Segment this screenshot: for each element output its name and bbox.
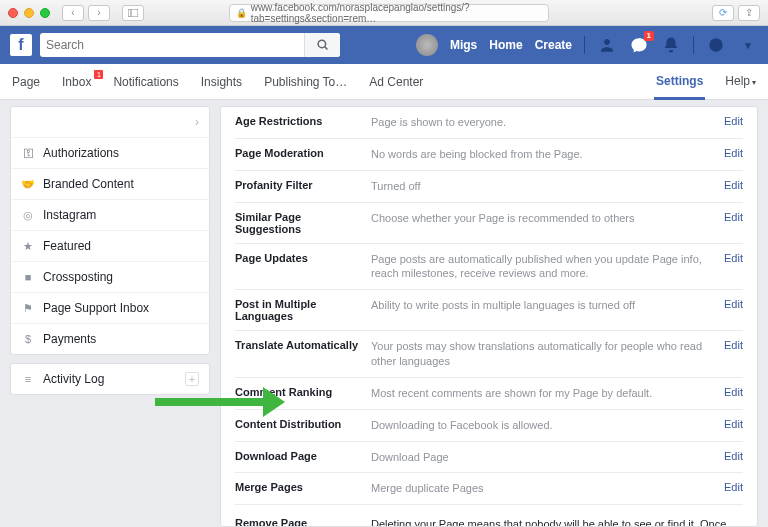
chevron-down-icon: ▾ (752, 78, 756, 87)
edit-link[interactable]: Edit (724, 339, 743, 351)
browser-chrome: ‹ › 🔒 www.facebook.com/norasplacepanglao… (0, 0, 768, 26)
edit-link[interactable]: Edit (724, 418, 743, 430)
account-menu-icon[interactable]: ▼ (738, 35, 758, 55)
remove-description: Deleting your Page means that nobody wil… (371, 517, 743, 527)
setting-label: Similar Page Suggestions (235, 211, 363, 235)
plus-icon[interactable]: + (185, 372, 199, 386)
svg-point-2 (318, 40, 326, 48)
dollar-icon: $ (21, 332, 35, 346)
messages-badge: 1 (644, 31, 654, 41)
list-icon: ≡ (21, 372, 35, 386)
sidebar-toggle-button[interactable] (122, 5, 144, 21)
edit-link[interactable]: Edit (724, 115, 743, 127)
sidebar-item-branded[interactable]: 🤝Branded Content (11, 169, 209, 200)
home-link[interactable]: Home (489, 38, 522, 52)
messages-icon[interactable]: 1 (629, 35, 649, 55)
key-icon: ⚿ (21, 146, 35, 160)
setting-label: Profanity Filter (235, 179, 363, 191)
setting-label: Content Distribution (235, 418, 363, 430)
setting-desc: Turned off (371, 179, 716, 194)
window-controls (8, 8, 50, 18)
setting-desc: Choose whether your Page is recommended … (371, 211, 716, 226)
edit-link[interactable]: Edit (724, 252, 743, 264)
sidebar-item-crossposting[interactable]: ■Crossposting (11, 262, 209, 293)
edit-link[interactable]: Edit (724, 481, 743, 493)
notifications-icon[interactable] (661, 35, 681, 55)
forward-button[interactable]: › (88, 5, 110, 21)
setting-row: Age RestrictionsPage is shown to everyon… (235, 107, 743, 139)
search-container (40, 33, 340, 57)
url-text: www.facebook.com/norasplacepanglao/setti… (251, 2, 542, 24)
maximize-window-icon[interactable] (40, 8, 50, 18)
setting-row: Page UpdatesPage posts are automatically… (235, 244, 743, 291)
setting-label: Download Page (235, 450, 363, 462)
setting-row: Profanity FilterTurned offEdit (235, 171, 743, 203)
sidebar-item-prev[interactable]: › (11, 107, 209, 138)
tab-publishing[interactable]: Publishing To… (262, 75, 349, 89)
setting-desc: Page posts are automatically published w… (371, 252, 716, 282)
setting-label: Comment Ranking (235, 386, 363, 398)
setting-label: Merge Pages (235, 481, 363, 493)
setting-desc: Download Page (371, 450, 716, 465)
create-link[interactable]: Create (535, 38, 572, 52)
search-button[interactable] (304, 33, 340, 57)
sidebar-item-payments[interactable]: $Payments (11, 324, 209, 354)
edit-link[interactable]: Edit (724, 450, 743, 462)
setting-label: Post in Multiple Languages (235, 298, 363, 322)
svg-line-3 (324, 47, 327, 50)
sidebar-item-featured[interactable]: ★Featured (11, 231, 209, 262)
edit-link[interactable]: Edit (724, 147, 743, 159)
setting-desc: Ability to write posts in multiple langu… (371, 298, 716, 313)
setting-desc: Most recent comments are shown for my Pa… (371, 386, 716, 401)
back-button[interactable]: ‹ (62, 5, 84, 21)
sidebar-item-authorizations[interactable]: ⚿Authorizations (11, 138, 209, 169)
tab-notifications[interactable]: Notifications (111, 75, 180, 89)
facebook-top-bar: f Migs Home Create 1 ▼ (0, 26, 768, 64)
address-bar[interactable]: 🔒 www.facebook.com/norasplacepanglao/set… (229, 4, 549, 22)
tab-settings[interactable]: Settings (654, 74, 705, 100)
avatar[interactable] (416, 34, 438, 56)
page-tabs: Page Inbox 1 Notifications Insights Publ… (0, 64, 768, 100)
search-input[interactable] (46, 38, 334, 52)
flag-icon: ⚑ (21, 301, 35, 315)
facebook-logo-icon[interactable]: f (10, 34, 32, 56)
tab-insights[interactable]: Insights (199, 75, 244, 89)
instagram-icon: ◎ (21, 208, 35, 222)
close-window-icon[interactable] (8, 8, 18, 18)
setting-row: Content DistributionDownloading to Faceb… (235, 410, 743, 442)
setting-row: Page ModerationNo words are being blocke… (235, 139, 743, 171)
setting-label: Page Moderation (235, 147, 363, 159)
setting-row: Similar Page SuggestionsChoose whether y… (235, 203, 743, 244)
sidebar-item-activity-log[interactable]: ≡ Activity Log + (11, 364, 209, 394)
setting-row: Download PageDownload PageEdit (235, 442, 743, 474)
friend-requests-icon[interactable] (597, 35, 617, 55)
setting-label: Page Updates (235, 252, 363, 264)
divider (693, 36, 694, 54)
tab-help[interactable]: Help▾ (723, 74, 758, 89)
sidebar-item-instagram[interactable]: ◎Instagram (11, 200, 209, 231)
reload-button[interactable]: ⟳ (712, 5, 734, 21)
setting-desc: Your posts may show translations automat… (371, 339, 716, 369)
setting-desc: Merge duplicate Pages (371, 481, 716, 496)
svg-rect-0 (128, 9, 138, 17)
share-button[interactable]: ⇪ (738, 5, 760, 21)
tab-inbox[interactable]: Inbox 1 (60, 75, 93, 89)
minimize-window-icon[interactable] (24, 8, 34, 18)
search-icon (317, 39, 329, 51)
tab-adcenter[interactable]: Ad Center (367, 75, 425, 89)
handshake-icon: 🤝 (21, 177, 35, 191)
edit-link[interactable]: Edit (724, 386, 743, 398)
edit-link[interactable]: Edit (724, 298, 743, 310)
tab-page[interactable]: Page (10, 75, 42, 89)
edit-link[interactable]: Edit (724, 211, 743, 223)
username-link[interactable]: Migs (450, 38, 477, 52)
help-icon[interactable] (706, 35, 726, 55)
setting-desc: Page is shown to everyone. (371, 115, 716, 130)
sidebar-item-support[interactable]: ⚑Page Support Inbox (11, 293, 209, 324)
divider (584, 36, 585, 54)
setting-desc: No words are being blocked from the Page… (371, 147, 716, 162)
edit-link[interactable]: Edit (724, 179, 743, 191)
inbox-badge: 1 (94, 70, 103, 79)
lock-icon: 🔒 (236, 8, 247, 18)
settings-content: Age RestrictionsPage is shown to everyon… (220, 106, 758, 527)
